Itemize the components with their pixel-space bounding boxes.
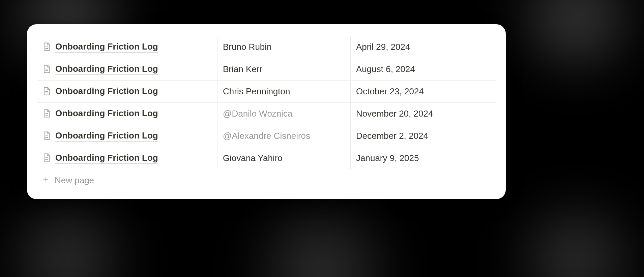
table-row[interactable]: Onboarding Friction Log Bruno Rubin Apri… (37, 36, 496, 58)
author-cell[interactable]: Chris Pennington (217, 81, 351, 102)
table-row[interactable]: Onboarding Friction Log @Alexandre Cisne… (37, 125, 496, 147)
page-title-link[interactable]: Onboarding Friction Log (55, 41, 158, 53)
table-row[interactable]: Onboarding Friction Log Chris Pennington… (37, 80, 496, 102)
page-title-link[interactable]: Onboarding Friction Log (55, 130, 158, 142)
new-page-button[interactable]: New page (37, 169, 496, 186)
date-cell[interactable]: January 9, 2025 (351, 147, 496, 169)
date-cell[interactable]: April 29, 2024 (351, 36, 496, 58)
title-cell[interactable]: Onboarding Friction Log (37, 125, 217, 147)
plus-icon (42, 175, 50, 186)
author-cell[interactable]: Bruno Rubin (217, 36, 351, 58)
table-row[interactable]: Onboarding Friction Log Giovana Yahiro J… (37, 147, 496, 169)
page-icon (42, 109, 51, 119)
author-cell[interactable]: Giovana Yahiro (217, 147, 351, 169)
author-cell-mention[interactable]: @Danilo Woznica (217, 103, 351, 125)
date-cell[interactable]: October 23, 2024 (351, 81, 496, 102)
date-cell[interactable]: November 20, 2024 (351, 103, 496, 125)
page-icon (42, 42, 51, 53)
page-icon (42, 131, 51, 142)
database-table: Onboarding Friction Log Bruno Rubin Apri… (37, 36, 496, 169)
table-row[interactable]: Onboarding Friction Log @Danilo Woznica … (37, 102, 496, 125)
page-icon (42, 86, 51, 97)
date-cell[interactable]: August 6, 2024 (351, 58, 496, 80)
page-title-link[interactable]: Onboarding Friction Log (55, 64, 158, 75)
title-cell[interactable]: Onboarding Friction Log (37, 58, 217, 80)
title-cell[interactable]: Onboarding Friction Log (37, 103, 217, 125)
title-cell[interactable]: Onboarding Friction Log (37, 36, 217, 58)
page-icon (42, 64, 51, 75)
date-cell[interactable]: December 2, 2024 (351, 125, 496, 147)
title-cell[interactable]: Onboarding Friction Log (37, 81, 217, 102)
page-title-link[interactable]: Onboarding Friction Log (55, 153, 158, 164)
author-cell[interactable]: Brian Kerr (217, 58, 351, 80)
title-cell[interactable]: Onboarding Friction Log (37, 147, 217, 169)
page-title-link[interactable]: Onboarding Friction Log (55, 108, 158, 119)
table-row[interactable]: Onboarding Friction Log Brian Kerr Augus… (37, 58, 496, 80)
page-title-link[interactable]: Onboarding Friction Log (55, 86, 158, 97)
page-icon (42, 153, 51, 163)
author-cell-mention[interactable]: @Alexandre Cisneiros (217, 125, 351, 147)
database-card: Onboarding Friction Log Bruno Rubin Apri… (27, 24, 506, 199)
new-page-label: New page (55, 175, 94, 186)
